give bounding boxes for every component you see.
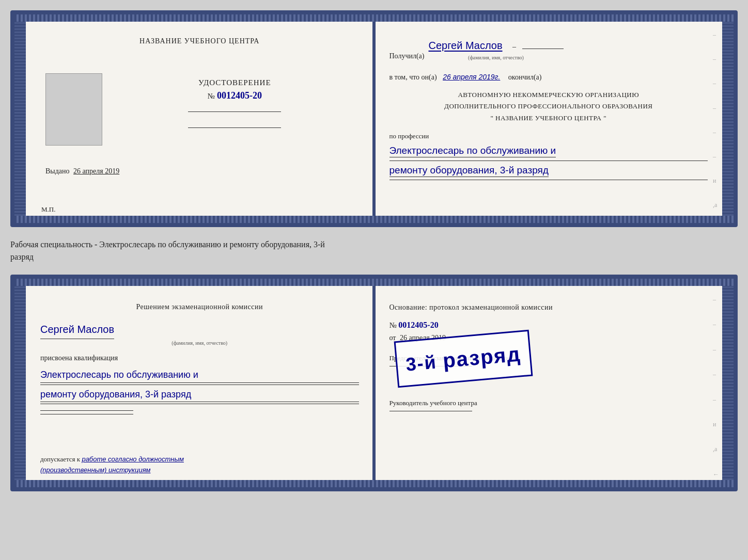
udostoverenie-block: УДОСТОВЕРЕНИЕ № 0012405-20 <box>111 78 359 101</box>
between-label: Рабочая специальность - Электрослесарь п… <box>10 236 738 265</box>
certificate-card-1: НАЗВАНИЕ УЧЕБНОГО ЦЕНТРА УДОСТОВЕРЕНИЕ №… <box>10 10 738 227</box>
org-line3: " НАЗВАНИЕ УЧЕБНОГО ЦЕНТРА " <box>389 113 708 124</box>
vydano-date: 26 апреля 2019 <box>73 167 119 175</box>
recipient-name-2: Сергей Маслов <box>40 324 114 335</box>
profession2-line1: Электрослесарь по обслуживанию и <box>40 367 359 383</box>
cert2-right-half: Основание: протокол экзаменационной коми… <box>375 279 734 487</box>
org-line1: АВТОНОМНУЮ НЕКОММЕРЧЕСКУЮ ОРГАНИЗАЦИЮ <box>389 89 708 101</box>
left-binding-edge <box>14 14 26 223</box>
page-container: НАЗВАНИЕ УЧЕБНОГО ЦЕНТРА УДОСТОВЕРЕНИЕ №… <box>10 10 738 491</box>
rukovoditel-block: Руководитель учебного центра <box>389 397 708 411</box>
osnovanie-title: Основание: протокол экзаменационной коми… <box>389 301 708 314</box>
protocol-number-label: № <box>389 321 397 329</box>
protocol-number: 0012405-20 <box>398 321 438 329</box>
mp-label: М.П. <box>41 205 55 214</box>
center-name-left: НАЗВАНИЕ УЧЕБНОГО ЦЕНТРА <box>40 37 359 45</box>
left-binding-edge-2 <box>14 279 26 487</box>
po-professii-label: по профессии <box>389 131 708 142</box>
completion-date: 26 апреля 2019г. <box>443 73 500 81</box>
stamp-text: 3-й разряд <box>404 344 522 375</box>
cert1-right-half: Получил(а) Сергей Маслов – (фамилия, имя… <box>375 14 734 223</box>
certificate-card-2: Решением экзаменационной комиссии Сергей… <box>10 275 738 491</box>
dopuskaetsya-block: допускается к работе согласно должностны… <box>40 454 206 476</box>
resheniem-title: Решением экзаменационной комиссии <box>40 301 359 313</box>
cert1-number: 0012405-20 <box>217 90 262 101</box>
profession2-line2: ремонту оборудования, 3-й разряд <box>40 387 359 403</box>
vtom-label: в том, что он(а) <box>389 73 437 81</box>
dopuskaetsya-label: допускается к <box>40 455 80 463</box>
recipient-name: Сергей Маслов <box>428 40 502 51</box>
org-block: АВТОНОМНУЮ НЕКОММЕРЧЕСКУЮ ОРГАНИЗАЦИЮ ДО… <box>389 89 708 123</box>
vydano-line: Выдано 26 апреля 2019 <box>45 167 119 175</box>
number-label: № <box>208 92 215 100</box>
vydano-label: Выдано <box>45 167 70 175</box>
prisvoena-label: присвоена квалификация <box>40 353 359 364</box>
side-dashes-2: –––––и,а←––– <box>713 294 719 491</box>
profession-line1: Электрослесарь по обслуживанию и <box>389 145 556 157</box>
vtom-line: в том, что он(а) 26 апреля 2019г. окончи… <box>389 71 708 83</box>
poluchil-line: Получил(а) Сергей Маслов – (фамилия, имя… <box>389 37 708 62</box>
cert1-left-half: НАЗВАНИЕ УЧЕБНОГО ЦЕНТРА УДОСТОВЕРЕНИЕ №… <box>26 14 375 223</box>
org-line2: ДОПОЛНИТЕЛЬНОГО ПРОФЕССИОНАЛЬНОГО ОБРАЗО… <box>389 101 708 112</box>
side-dashes: ––––––и,а←––– <box>713 30 719 227</box>
photo-placeholder <box>45 73 102 146</box>
rukovoditel-label: Руководитель учебного центра <box>389 397 708 409</box>
fio-hint-1: (фамилия, имя, отчество) <box>428 54 563 62</box>
profession-line2: ремонту оборудования, 3-й разряд <box>389 165 549 177</box>
poluchil-label: Получил(а) <box>389 51 425 62</box>
okончил-label: окончил(а) <box>508 73 542 81</box>
cert2-left-half: Решением экзаменационной комиссии Сергей… <box>26 279 375 487</box>
fio-hint-2: (фамилия, имя, отчество) <box>40 339 359 347</box>
name2-block: Сергей Маслов (фамилия, имя, отчество) <box>40 321 359 347</box>
udostoverenie-title: УДОСТОВЕРЕНИЕ <box>111 78 359 87</box>
